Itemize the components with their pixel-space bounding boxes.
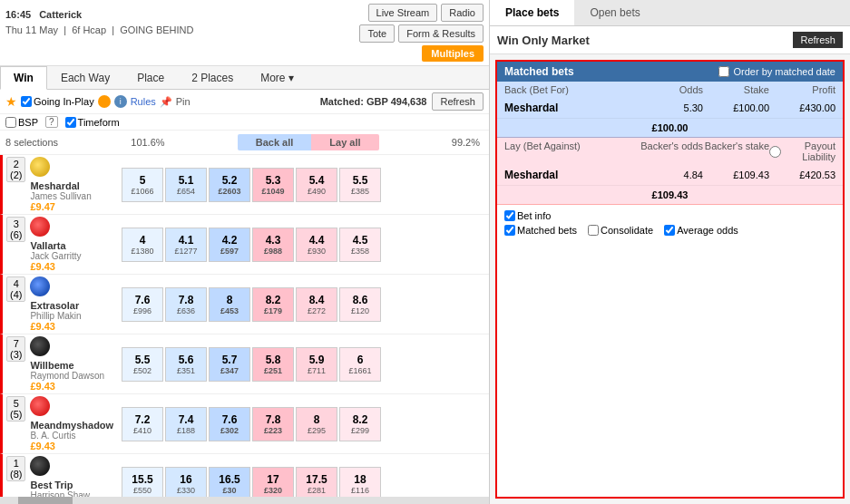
- tab-place[interactable]: Place: [123, 66, 178, 89]
- lay-cell[interactable]: 8.2£299: [339, 407, 381, 441]
- back-cell[interactable]: 7.6£996: [122, 287, 163, 322]
- pin-icon[interactable]: 📌: [160, 96, 172, 108]
- back-cell-best[interactable]: 8£453: [209, 287, 250, 322]
- back-col-name: Back (Bet For): [504, 84, 637, 95]
- event-title: 16:45 Catterick: [5, 4, 194, 23]
- consolidate-label[interactable]: Consolidate: [588, 225, 653, 236]
- bsp-help-icon[interactable]: ?: [45, 116, 58, 128]
- tab-open-bets[interactable]: Open bets: [574, 0, 655, 25]
- bet-info-checkbox[interactable]: [504, 210, 515, 221]
- timeform-label[interactable]: Timeform: [65, 117, 120, 128]
- going-dot-icon: [98, 95, 111, 108]
- back-total-row: £100.00: [497, 119, 843, 138]
- back-cell[interactable]: 5.1£654: [165, 168, 207, 202]
- lay-cell[interactable]: 8.6£120: [339, 287, 381, 322]
- back-cell-best[interactable]: 5.2£2603: [209, 168, 250, 202]
- back-cell[interactable]: 7.8£636: [165, 287, 207, 322]
- multiples-button[interactable]: Multiples: [422, 45, 484, 62]
- pct-right: 99.2%: [448, 137, 484, 148]
- lay-cell-best[interactable]: 5.8£251: [252, 347, 294, 382]
- lay-cells-meandmyshadow: 7.8£223 8£295 8.2£299: [251, 406, 382, 442]
- back-cell[interactable]: 4.1£1277: [165, 228, 207, 262]
- rules-info-icon[interactable]: i: [114, 95, 127, 108]
- back-cell[interactable]: 15.5£550: [122, 467, 163, 498]
- scrollbar-thumb[interactable]: [18, 497, 73, 504]
- going-in-play-checkbox[interactable]: [21, 96, 32, 107]
- average-odds-label[interactable]: Average odds: [664, 225, 738, 236]
- horse-jockey: B. A. Curtis: [30, 431, 113, 441]
- back-cell-best[interactable]: 7.6£302: [209, 407, 250, 441]
- average-odds-checkbox[interactable]: [664, 225, 675, 236]
- bsp-label[interactable]: BSP: [5, 117, 38, 128]
- lay-all-button[interactable]: Lay all: [311, 134, 378, 150]
- timeform-checkbox[interactable]: [65, 117, 76, 128]
- back-cell[interactable]: 7.2£410: [122, 407, 163, 441]
- back-cells-meandmyshadow: 7.2£410 7.4£188 7.6£302: [121, 406, 251, 442]
- back-cell[interactable]: 16£330: [165, 467, 207, 498]
- matched-bets-footer-checkbox[interactable]: [504, 225, 515, 236]
- left-panel: 16:45 Catterick Thu 11 May | 6f Hcap | G…: [0, 0, 490, 504]
- star-icon[interactable]: ★: [5, 94, 17, 109]
- matched-amount: Matched: GBP 494,638: [320, 96, 427, 107]
- tote-button[interactable]: Tote: [359, 24, 395, 43]
- lay-cell-best[interactable]: 4.3£988: [252, 228, 294, 262]
- market-refresh-button[interactable]: Refresh: [793, 32, 843, 48]
- lay-cell[interactable]: 5.4£490: [296, 168, 337, 202]
- back-cell-best[interactable]: 5.7£347: [209, 347, 250, 382]
- lay-col-name: Lay (Bet Against): [504, 141, 637, 162]
- lay-cell[interactable]: 4.5£358: [339, 228, 381, 262]
- back-cells-vallarta: 4£1380 4.1£1277 4.2£597: [121, 227, 251, 263]
- back-cell-best[interactable]: 16.5£30: [209, 467, 250, 498]
- back-cell[interactable]: 4£1380: [122, 228, 163, 262]
- back-cell[interactable]: 7.4£188: [165, 407, 207, 441]
- lay-cell-best[interactable]: 8.2£179: [252, 287, 294, 322]
- back-bet-horse: Meshardal: [504, 102, 637, 114]
- lay-cell[interactable]: 5.5£385: [339, 168, 381, 202]
- lay-cell[interactable]: 6£1661: [339, 347, 381, 382]
- event-date: Thu 11 May: [5, 24, 58, 35]
- payout-radio[interactable]: [769, 146, 781, 158]
- lay-cell-best[interactable]: 5.3£1049: [252, 168, 294, 202]
- lay-col-liability: Payout Liability: [769, 141, 835, 162]
- tab-each-way[interactable]: Each Way: [47, 66, 123, 89]
- back-col-stake: Stake: [703, 84, 769, 95]
- back-cell[interactable]: 5.5£502: [122, 347, 163, 382]
- bsp-checkbox[interactable]: [5, 117, 16, 128]
- horses-list: 2(2) Meshardal James Sullivan £9.47 5£10…: [0, 155, 489, 497]
- market-header: Win Only Market Refresh: [490, 26, 850, 54]
- back-cell-best[interactable]: 4.2£597: [209, 228, 250, 262]
- livestream-button[interactable]: Live Stream: [368, 4, 438, 22]
- rules-label[interactable]: Rules: [131, 96, 156, 107]
- top-btn-row: Live Stream Radio: [368, 4, 484, 22]
- tab-place-bets[interactable]: Place bets: [490, 0, 574, 25]
- header: 16:45 Catterick Thu 11 May | 6f Hcap | G…: [0, 0, 489, 66]
- market-title: Win Only Market: [497, 34, 590, 47]
- form-results-button[interactable]: Form & Results: [398, 24, 484, 43]
- lay-cell[interactable]: 17.5£281: [296, 467, 337, 498]
- lay-cell[interactable]: 18£116: [339, 467, 381, 498]
- consolidate-checkbox[interactable]: [588, 225, 599, 236]
- lay-cell[interactable]: 5.9£711: [296, 347, 337, 382]
- refresh-button[interactable]: Refresh: [432, 92, 484, 111]
- bet-info-label[interactable]: Bet info: [504, 210, 551, 221]
- pin-label[interactable]: Pin: [176, 96, 191, 107]
- lay-section-header: Lay (Bet Against) Backer's odds Backer's…: [497, 138, 843, 165]
- tab-more[interactable]: More ▾: [247, 66, 308, 89]
- multiples-row: Multiples: [422, 45, 484, 62]
- order-by-checkbox[interactable]: [718, 66, 729, 77]
- horse-jockey: Jack Garritty: [30, 251, 81, 261]
- back-cell[interactable]: 5£1066: [122, 168, 163, 202]
- back-cell[interactable]: 5.6£351: [165, 347, 207, 382]
- tab-2places[interactable]: 2 Places: [178, 66, 247, 89]
- lay-cell-best[interactable]: 7.8£223: [252, 407, 294, 441]
- back-all-button[interactable]: Back all: [238, 134, 312, 150]
- lay-cell-best[interactable]: 17£320: [252, 467, 294, 498]
- matched-bets-footer-label[interactable]: Matched bets: [504, 225, 577, 236]
- lay-cell[interactable]: 4.4£930: [296, 228, 337, 262]
- tab-win[interactable]: Win: [0, 66, 47, 90]
- lay-cell[interactable]: 8£295: [296, 407, 337, 441]
- horizontal-scrollbar[interactable]: [0, 497, 489, 504]
- lay-cell[interactable]: 8.4£272: [296, 287, 337, 322]
- radio-button[interactable]: Radio: [441, 4, 484, 22]
- going-in-play-label[interactable]: Going In-Play: [21, 96, 94, 107]
